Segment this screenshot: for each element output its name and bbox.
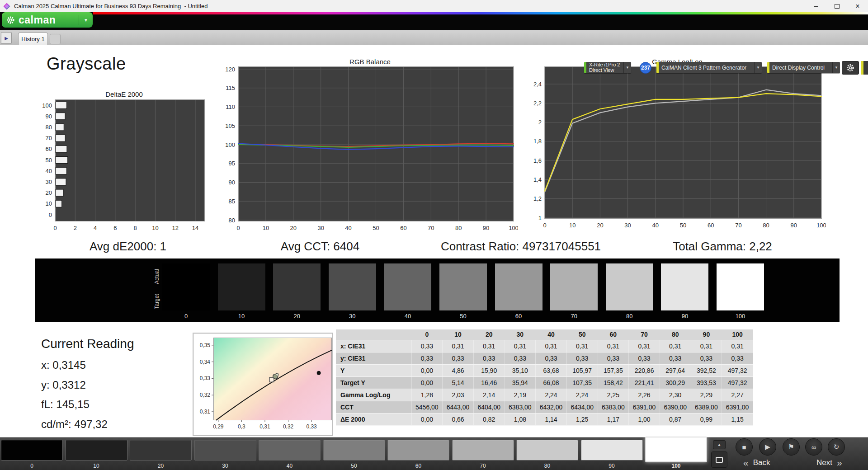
table-cell: 35,94 [505,376,536,389]
table-cell: 0,31 [629,340,660,352]
table-row-label: y: CIE31 [336,352,411,364]
table-cell: 6389,00 [691,401,722,413]
collapsed-panel-edge [863,61,868,75]
table-column-header: 40 [536,329,567,340]
flag-button[interactable]: ⚑ [783,438,800,456]
table-cell: 1,28 [411,389,443,401]
svg-text:100: 100 [42,102,52,109]
svg-text:50: 50 [373,225,379,231]
cie-chromaticity-chart: 0,290,30,310,320,330,310,320,330,340,35 [193,334,332,435]
table-cell: 0,33 [629,352,660,364]
table-cell: 1,08 [505,413,536,425]
table-cell: 107,35 [566,376,598,389]
table-cell: 6404,00 [473,401,505,413]
patch-level-label: 50 [323,463,385,469]
pattern-window-button[interactable] [711,451,727,468]
back-button[interactable]: « Back [743,458,770,467]
svg-text:0,32: 0,32 [200,392,211,398]
grayscale-data-table: 0102030405060708090100x: CIE310,330,310,… [336,329,753,426]
new-tab-button[interactable] [50,34,61,44]
table-cell: 0,87 [660,413,691,425]
table-cell: 0,66 [443,413,474,425]
maximize-button[interactable] [826,0,847,12]
pattern-patch-50[interactable] [323,440,385,461]
svg-text:0: 0 [53,225,57,231]
pattern-patch-20[interactable] [130,440,192,461]
pattern-patch-80[interactable] [516,440,578,461]
grayscale-swatch-40 [384,263,431,310]
grayscale-swatch-0 [162,263,210,310]
reading-cdm2: cd/m²: 497,32 [41,418,108,431]
svg-text:60: 60 [46,146,52,152]
pattern-patch-60[interactable] [387,440,449,461]
grayscale-swatch-70 [550,263,598,310]
minimize-button[interactable]: – [806,0,826,12]
table-cell: 497,32 [722,376,753,389]
table-column-header: 50 [566,329,598,340]
meter-select-button[interactable]: X-Rite i1Pro 2 Direct View ▼ [584,62,631,73]
next-button[interactable]: Next » [816,458,842,467]
table-cell: 0,33 [411,340,443,352]
table-cell: 0,33 [722,352,753,364]
meter-name: X-Rite i1Pro 2 [589,62,621,68]
target-row-label: Target [154,288,160,315]
table-cell: 497,32 [722,364,753,376]
table-cell: 2,27 [722,389,753,401]
pattern-patch-30[interactable] [194,440,256,461]
svg-text:40: 40 [46,168,52,174]
svg-text:1,8: 1,8 [533,138,542,145]
chevron-down-icon: ▼ [835,66,838,70]
measurement-count-badge[interactable]: 237 [640,62,651,74]
history-panel-expand-button[interactable]: ▶ [1,32,12,44]
pattern-patch-90[interactable] [581,440,643,461]
table-cell: 0,33 [566,352,598,364]
swatch-level-label: 80 [606,313,653,320]
swatch-level-label: 20 [273,313,321,320]
pattern-patch-0[interactable] [1,440,63,461]
refresh-icon: ↻ [834,443,840,451]
table-cell: 5456,00 [411,401,443,413]
svg-text:0,35: 0,35 [200,342,211,348]
calman-application-window: Calman 2025 Calman Ultimate for Business… [0,0,868,470]
pattern-generator-button[interactable]: CalMAN Client 3 Pattern Generator ▼ [656,62,762,73]
pattern-patch-40[interactable] [259,440,321,461]
table-column-header: 60 [598,329,629,340]
close-button[interactable]: × [847,0,868,12]
stop-button[interactable]: ■ [736,438,753,456]
table-cell: 6383,00 [505,401,536,413]
tab-history-1[interactable]: History 1 [18,33,48,45]
svg-text:0: 0 [49,212,52,218]
calman-menu-button[interactable]: calman ▼ [2,12,93,28]
pattern-patch-100[interactable] [645,437,707,462]
table-cell: 105,97 [566,364,598,376]
patch-panel-expand-button[interactable]: ▲ [713,440,726,449]
pattern-patch-70[interactable] [452,440,514,461]
table-cell: 392,52 [691,364,722,376]
svg-text:1: 1 [538,215,542,221]
chevron-down-icon: ▼ [84,18,88,23]
refresh-button[interactable]: ↻ [828,438,845,456]
display-control-button[interactable]: Direct Display Control ▼ [767,62,840,73]
continuous-read-button[interactable]: ∞ [805,438,822,456]
svg-text:2,4: 2,4 [533,81,542,88]
table-cell: 0,31 [536,340,567,352]
table-cell: 0,99 [691,413,722,425]
patch-level-label: 60 [387,463,449,469]
table-cell: 220,86 [629,364,660,376]
reading-y: y: 0,3312 [41,379,86,391]
table-cell: 0,31 [691,340,722,352]
table-cell: 0,31 [443,340,474,352]
table-cell: 0,33 [443,352,474,364]
svg-text:90: 90 [791,222,797,229]
pattern-patch-10[interactable] [66,440,127,461]
table-cell: 0,00 [411,376,443,389]
table-cell: 0,31 [505,340,536,352]
next-label: Next [816,458,832,467]
maximize-icon [835,4,840,9]
table-column-header: 10 [443,329,474,340]
play-button[interactable]: ▶ [759,438,776,456]
settings-button[interactable] [842,61,859,75]
table-cell: 6443,00 [443,401,474,413]
table-cell: 4,86 [443,364,474,376]
svg-text:70: 70 [428,225,434,231]
